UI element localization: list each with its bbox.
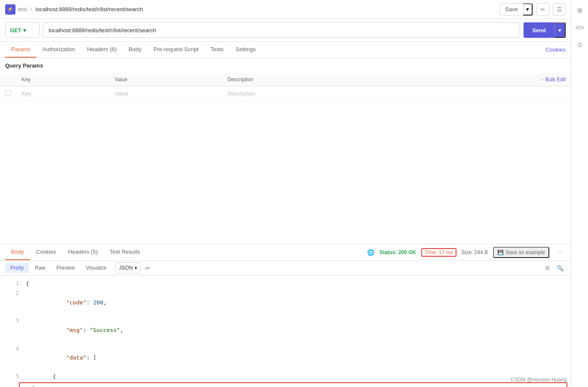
- row-desc-cell[interactable]: Description: [222, 86, 401, 101]
- tab-settings[interactable]: Settings: [230, 42, 262, 58]
- wrap-icon[interactable]: ⇌: [142, 262, 153, 273]
- query-params-label: Query Params: [0, 58, 571, 73]
- response-area: Body Cookies Headers (5) Test Results 🌐 …: [0, 244, 571, 387]
- code-line-2: 2 "code": 200,: [0, 289, 571, 316]
- body-tab-raw[interactable]: Raw: [30, 263, 50, 273]
- request-tabs: Params Authorization Headers (6) Body Pr…: [0, 42, 571, 58]
- time-label: Time: 17 ms: [425, 249, 453, 255]
- top-bar-left: ⚡ test / localhost:8889/redis/test/r/lis…: [5, 4, 499, 15]
- pencil-icon: ✏: [540, 6, 545, 13]
- body-tab-pretty[interactable]: Pretty: [5, 263, 29, 273]
- th-description: Description: [222, 73, 401, 86]
- empty-request-area: [0, 101, 571, 244]
- code-line-3: 3 "msg": "Success",: [0, 316, 571, 344]
- th-key: Key: [16, 73, 110, 86]
- row-checkbox-cell: [0, 86, 16, 101]
- method-label: GET: [10, 27, 21, 34]
- params-table: Key Value Description ··· Bulk Edit: [0, 73, 571, 101]
- url-input[interactable]: [43, 22, 520, 38]
- tab-params[interactable]: Params: [5, 42, 37, 58]
- code-line-1: 1 {: [0, 279, 571, 289]
- bulk-edit-btn[interactable]: Bulk Edit: [545, 77, 566, 83]
- status-ok: Status: 200 OK: [380, 249, 416, 255]
- th-actions: ··· Bulk Edit: [401, 73, 571, 86]
- row-value-cell[interactable]: Value: [110, 86, 223, 101]
- save-button-arrow[interactable]: ▾: [523, 3, 533, 15]
- save-example-label: Save as example: [505, 249, 545, 255]
- row-checkbox[interactable]: [5, 90, 11, 96]
- breadcrumb-url: localhost:8889/redis/test/r/list/recent/…: [36, 6, 143, 12]
- response-tab-cookies[interactable]: Cookies: [30, 244, 62, 260]
- watermark: CSDN @Hanson Huang: [511, 377, 567, 383]
- tab-headers[interactable]: Headers (6): [81, 42, 123, 58]
- status-size: Size: 244 B: [462, 249, 488, 255]
- send-button[interactable]: Send: [524, 22, 554, 38]
- save-button-group: Save ▾: [499, 3, 533, 16]
- breadcrumb-project: test: [18, 6, 27, 12]
- tab-authorization[interactable]: Authorization: [37, 42, 81, 58]
- body-tab-preview[interactable]: Preview: [51, 263, 80, 273]
- app-icon: ⚡: [5, 4, 15, 15]
- format-arrow: ▾: [135, 265, 137, 271]
- search-btn[interactable]: 🔍: [554, 262, 566, 273]
- th-value: Value: [110, 73, 223, 86]
- response-status: 🌐 Status: 200 OK Time: 17 ms Size: 244 B…: [367, 247, 566, 258]
- format-label: JSON: [119, 265, 133, 271]
- top-bar-right: Save ▾ ✏ ☰: [499, 3, 566, 16]
- status-time: Time: 17 ms: [421, 248, 456, 257]
- sidebar-icon-3[interactable]: ⊙: [573, 38, 587, 52]
- row-key-cell[interactable]: Key: [16, 86, 110, 101]
- row-actions-cell: [401, 86, 571, 101]
- body-tab-visualize[interactable]: Visualize: [81, 263, 112, 273]
- body-tabs-right: ⧉ 🔍: [542, 262, 566, 273]
- pencil-icon-btn[interactable]: ✏: [536, 3, 549, 16]
- tab-pre-request[interactable]: Pre-request Script: [147, 42, 205, 58]
- response-tab-headers[interactable]: Headers (5): [62, 244, 104, 260]
- save-icon: 💾: [497, 249, 504, 255]
- code-line-5: 5 {: [0, 372, 571, 382]
- tabs-right: Cookies: [545, 46, 566, 53]
- table-row-empty: Key Value Description: [0, 86, 571, 101]
- right-sidebar: ⊞ </> ⊙: [571, 0, 588, 387]
- body-format-tabs: Pretty Raw Preview Visualize JSON ▾ ⇌ ⧉ …: [0, 261, 571, 276]
- tab-tests[interactable]: Tests: [205, 42, 230, 58]
- save-button-main[interactable]: Save: [500, 3, 523, 15]
- response-tabs: Body Cookies Headers (5) Test Results 🌐 …: [0, 244, 571, 261]
- sidebar-icon-1[interactable]: ⊞: [573, 3, 587, 17]
- highlight-box: 6 "searchInfo": "iphone15", 7 "unionId":…: [19, 382, 567, 387]
- save-example-btn[interactable]: 💾 Save as example: [493, 247, 549, 258]
- th-checkbox: [0, 73, 16, 86]
- format-select[interactable]: JSON ▾: [115, 262, 141, 273]
- send-button-group: Send ▾: [524, 22, 566, 38]
- globe-icon: 🌐: [367, 249, 374, 256]
- comment-icon: ☰: [557, 6, 562, 13]
- method-arrow: ▾: [23, 27, 26, 34]
- response-tab-body[interactable]: Body: [5, 244, 30, 260]
- send-arrow[interactable]: ▾: [554, 22, 566, 38]
- code-line-4: 4 "data": [: [0, 344, 571, 372]
- app-icon-symbol: ⚡: [7, 6, 13, 12]
- cookies-link[interactable]: Cookies: [545, 42, 566, 57]
- more-options-btn[interactable]: ···: [554, 247, 566, 258]
- top-bar: ⚡ test / localhost:8889/redis/test/r/lis…: [0, 0, 571, 19]
- code-viewer: 1 { 2 "code": 200, 3 "msg": "Success",: [0, 276, 571, 387]
- sidebar-icon-2[interactable]: </>: [573, 21, 587, 34]
- main-content: Query Params Key Value Description ··· B…: [0, 58, 571, 387]
- url-bar: GET ▾ Send ▾: [0, 19, 571, 42]
- method-select[interactable]: GET ▾: [5, 22, 40, 38]
- request-section: Query Params Key Value Description ··· B…: [0, 58, 571, 101]
- tab-body[interactable]: Body: [122, 42, 147, 58]
- comment-icon-btn[interactable]: ☰: [553, 3, 566, 16]
- copy-btn[interactable]: ⧉: [542, 262, 553, 273]
- response-tab-test-results[interactable]: Test Results: [104, 244, 146, 260]
- breadcrumb-sep: /: [31, 6, 32, 12]
- code-line-6: 6 "searchInfo": "iphone15",: [21, 383, 565, 387]
